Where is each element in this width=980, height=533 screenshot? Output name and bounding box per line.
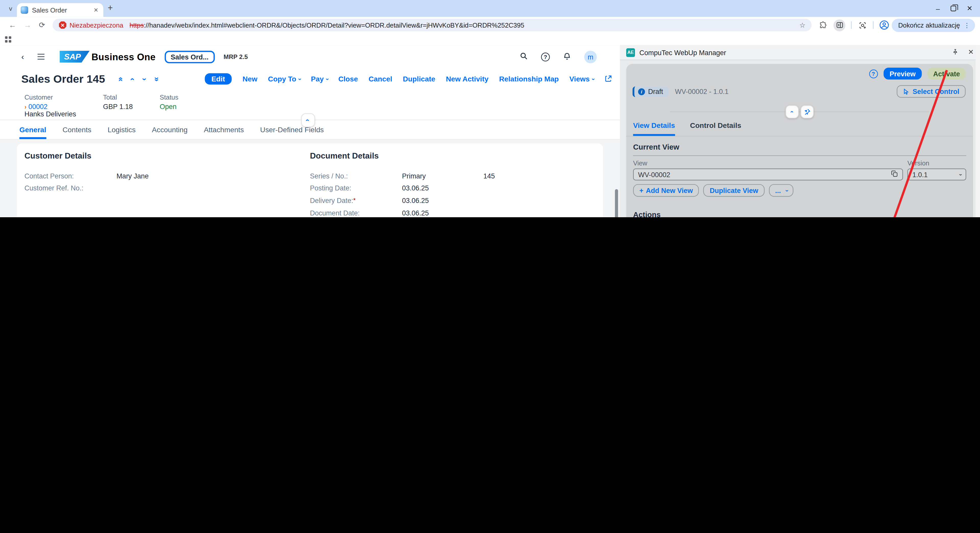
record-navigation: « ‹ ‹ «: [119, 74, 158, 84]
tab-general[interactable]: General: [19, 126, 46, 139]
next-record-icon[interactable]: ‹: [139, 78, 148, 80]
search-icon[interactable]: [520, 52, 528, 62]
reload-icon[interactable]: ⟳: [39, 21, 45, 29]
panel-close-icon[interactable]: ✕: [968, 48, 974, 56]
profile-icon[interactable]: [880, 20, 889, 30]
view-version-text: WV-00002 - 1.0.1: [675, 88, 729, 95]
activate-button[interactable]: Activate: [928, 68, 966, 80]
side-panel-icon[interactable]: [834, 19, 846, 31]
add-new-view-button[interactable]: +Add New View: [633, 184, 699, 197]
restore-icon[interactable]: [950, 6, 956, 11]
apps-grid-icon[interactable]: [5, 36, 11, 42]
finish-update-label: Dokończ aktualizację: [898, 21, 960, 29]
version-label: Version: [907, 159, 966, 166]
shell-header: ‹ SAP Business One Sales Ord... MRP 2.5 …: [0, 45, 620, 68]
actions-section: Actions: [626, 204, 973, 217]
notifications-bell-icon[interactable]: [563, 52, 571, 62]
tab-close-icon[interactable]: ✕: [92, 6, 100, 14]
new-tab-button[interactable]: +: [108, 3, 113, 13]
context-tab-sales-order[interactable]: Sales Ord...: [164, 51, 215, 63]
back-icon[interactable]: ←: [9, 21, 16, 29]
page-scrollbar-thumb[interactable]: [615, 189, 618, 217]
finish-update-button[interactable]: Dokończ aktualizację ⋮: [892, 18, 975, 32]
extensions-icon[interactable]: [818, 20, 828, 30]
close-icon[interactable]: ✕: [967, 4, 973, 13]
toolbar-separator: [851, 21, 852, 29]
share-icon[interactable]: [605, 74, 612, 84]
duplicate-button[interactable]: Duplicate: [403, 75, 435, 83]
view-input[interactable]: WV-00002: [633, 169, 903, 180]
panel-scrollbar-track[interactable]: [976, 45, 980, 217]
collapse-header-button[interactable]: ‹: [301, 113, 315, 127]
copy-to-button[interactable]: Copy To‹: [268, 75, 300, 83]
address-bar[interactable]: ✕ Niezabezpieczona https://hanadev/webx/…: [52, 19, 812, 32]
tab-search-chevron-icon[interactable]: v: [4, 3, 18, 13]
sap-logo: SAP: [60, 51, 89, 63]
document-details-column: Document Details Series / No.:Primary145…: [310, 151, 596, 217]
contact-person-value: Mary Jane: [116, 172, 148, 180]
object-page-title-row: Sales Order 145 « ‹ ‹ « Edit New Copy To…: [0, 68, 620, 87]
posting-date-value: 03.06.25: [402, 184, 429, 192]
pay-button[interactable]: Pay‹: [311, 75, 328, 83]
user-avatar[interactable]: m: [584, 51, 597, 63]
chevron-down-icon: ‹: [957, 173, 963, 175]
tab-accounting[interactable]: Accounting: [152, 126, 188, 139]
browser-toolbar: ← → ⟳ ✕ Niezabezpieczona https://hanadev…: [0, 17, 980, 33]
more-actions-button[interactable]: ...‹: [769, 184, 794, 197]
webup-help-icon[interactable]: ?: [869, 69, 878, 78]
bookmark-star-icon[interactable]: ☆: [794, 21, 805, 29]
views-button[interactable]: Views‹: [570, 75, 593, 83]
version-select[interactable]: 1.0.1 ‹: [907, 169, 966, 180]
edit-button[interactable]: Edit: [204, 73, 232, 84]
last-record-icon[interactable]: «: [151, 76, 160, 81]
minimize-icon[interactable]: –: [936, 5, 940, 12]
posting-date-label: Posting Date:: [310, 184, 402, 192]
panel-header: AE CompuTec WebUp Manager ✕: [620, 45, 980, 60]
menu-list-icon[interactable]: [38, 54, 45, 60]
tab-contents[interactable]: Contents: [62, 126, 91, 139]
previous-record-icon[interactable]: ‹: [128, 78, 138, 80]
security-warning-icon[interactable]: ✕: [59, 21, 66, 29]
pin-section-icon[interactable]: [800, 105, 814, 118]
sap-business-one-app: ‹ SAP Business One Sales Ord... MRP 2.5 …: [0, 45, 620, 217]
lens-icon[interactable]: [858, 20, 867, 30]
tab-user-defined-fields[interactable]: User-Defined Fields: [260, 126, 324, 139]
current-view-heading: Current View: [633, 143, 966, 156]
collapse-panel-chevron-icon[interactable]: ‹: [786, 105, 799, 118]
select-control-button[interactable]: Select Control: [897, 85, 966, 98]
tab-view-details[interactable]: View Details: [633, 121, 675, 136]
tab-control-details[interactable]: Control Details: [690, 121, 741, 136]
forward-icon[interactable]: →: [24, 21, 31, 29]
contact-person-label: Contact Person:: [24, 172, 117, 180]
new-activity-button[interactable]: New Activity: [446, 75, 488, 83]
series-value: Primary: [402, 172, 426, 180]
customer-link[interactable]: ›00002: [24, 103, 76, 110]
tab-attachments[interactable]: Attachments: [204, 126, 244, 139]
url-rest: ://hanadev/webx/index.html#webclient-ORD…: [144, 21, 524, 29]
duplicate-view-button[interactable]: Duplicate View: [703, 184, 765, 197]
general-section-card: Customer Details Contact Person:Mary Jan…: [17, 143, 603, 217]
cancel-button[interactable]: Cancel: [369, 75, 392, 83]
browser-menu-icon[interactable]: ⋮: [964, 24, 970, 26]
series-label: Series / No.:: [310, 172, 402, 180]
bookmarks-bar: [0, 33, 980, 45]
status-value: Open: [160, 103, 178, 110]
back-chevron-icon[interactable]: ‹: [21, 52, 24, 62]
help-icon[interactable]: ?: [541, 53, 550, 61]
new-button[interactable]: New: [242, 75, 257, 83]
security-warning-label[interactable]: Niezabezpieczona: [70, 21, 124, 29]
mrp-badge: MRP 2.5: [224, 53, 248, 60]
pin-icon[interactable]: [952, 47, 959, 58]
preview-button[interactable]: Preview: [883, 68, 922, 80]
tab-logistics[interactable]: Logistics: [108, 126, 136, 139]
browser-tab[interactable]: Sales Order ✕: [17, 3, 103, 17]
browser-action-icons: [818, 19, 889, 31]
close-button[interactable]: Close: [339, 75, 358, 83]
copy-view-icon[interactable]: [891, 170, 898, 178]
url-text[interactable]: https://hanadev/webx/index.html#webclien…: [130, 21, 525, 29]
total-value: GBP 1.18: [103, 103, 133, 110]
browser-tab-strip: v Sales Order ✕ + – ✕: [0, 0, 980, 17]
first-record-icon[interactable]: «: [116, 76, 126, 81]
relationship-map-button[interactable]: Relationship Map: [499, 75, 559, 83]
info-icon: i: [638, 88, 645, 95]
